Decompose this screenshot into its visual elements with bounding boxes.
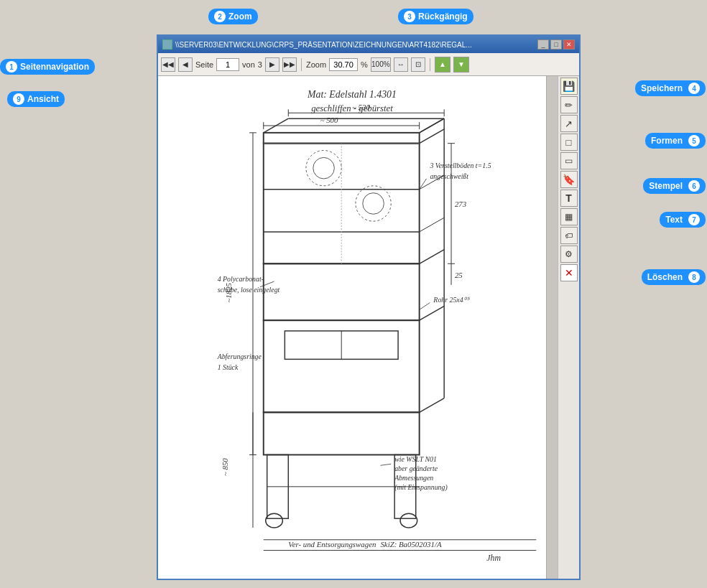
svg-text:Rohr 25x4⁰⁵: Rohr 25x4⁰⁵ xyxy=(433,296,469,304)
zoom-100-button[interactable]: 100% xyxy=(371,57,391,72)
fit-width-button[interactable]: ↔ xyxy=(394,57,408,72)
svg-text:SkiZ: Ba0502031/A: SkiZ: Ba0502031/A xyxy=(380,540,441,549)
svg-text:schübe, lose eingelegt: schübe, lose eingelegt xyxy=(218,286,280,294)
svg-text:Abmessungen: Abmessungen xyxy=(394,474,433,482)
zoom-percent-label: % xyxy=(361,60,368,69)
tooltip-formen: Formen 5 xyxy=(645,133,706,149)
nav-down-button[interactable]: ▼ xyxy=(453,57,469,73)
tooltip-seitennavigation-label: Seitennavigation xyxy=(20,62,89,72)
svg-text:1 Stück: 1 Stück xyxy=(218,363,239,371)
text-tool-button[interactable]: T xyxy=(560,190,578,207)
minimize-button[interactable]: _ xyxy=(537,39,549,50)
last-page-button[interactable]: ▶▶ xyxy=(282,57,297,72)
title-bar-left: \\SERVER03\ENTWICKLUNG\CRPS_PRÄSENTATION… xyxy=(162,39,472,50)
label-tool-button[interactable]: 🏷 xyxy=(560,227,578,244)
tooltip-speichern: Speichern 4 xyxy=(635,80,706,96)
page-input[interactable] xyxy=(216,58,239,71)
title-bar: \\SERVER03\ENTWICKLUNG\CRPS_PRÄSENTATION… xyxy=(158,36,579,53)
svg-text:273: 273 xyxy=(455,200,467,208)
window-title: \\SERVER03\ENTWICKLUNG\CRPS_PRÄSENTATION… xyxy=(175,41,472,49)
tooltip-speichern-label: Speichern xyxy=(641,83,683,93)
svg-rect-0 xyxy=(161,76,543,579)
fit-page-button[interactable]: ⊡ xyxy=(411,57,425,72)
tooltip-rueckgaengig-label: Rückgängig xyxy=(418,11,468,22)
scroll-area[interactable] xyxy=(546,76,558,579)
prev-page-button[interactable]: ◀ xyxy=(178,57,193,72)
badge-text: 7 xyxy=(688,214,700,225)
tooltip-text-label: Text xyxy=(665,215,683,225)
misc-tool-button[interactable]: ⚙ xyxy=(560,246,578,263)
stamp-tool-button[interactable]: 🔖 xyxy=(560,171,578,188)
svg-text:Abferungsringe: Abferungsringe xyxy=(217,353,262,360)
tooltip-stempel: Stempel 6 xyxy=(643,178,706,194)
badge-formen: 5 xyxy=(688,135,700,146)
svg-text:aber geänderte: aber geänderte xyxy=(394,465,438,472)
right-sidebar: 💾 ✏ ↗ □ ▭ 🔖 T ▦ 🏷 ⚙ xyxy=(558,76,579,579)
toolbar-separator-1 xyxy=(301,58,302,71)
tooltip-formen-label: Formen xyxy=(651,136,683,146)
tooltip-rueckgaengig: 3 Rückgängig xyxy=(398,9,473,24)
toolbar-separator-2 xyxy=(430,58,430,71)
rect2-tool-button[interactable]: ▭ xyxy=(560,152,578,169)
rect-tool-button[interactable]: □ xyxy=(560,134,578,151)
badge-seitennavigation: 1 xyxy=(6,61,17,73)
badge-rueckgaengig: 3 xyxy=(404,11,415,22)
tooltip-text: Text 7 xyxy=(660,212,706,228)
tooltip-zoom: 2 Zoom xyxy=(208,9,258,24)
badge-stempel: 6 xyxy=(688,180,700,192)
von-label: von xyxy=(242,60,255,69)
page-label: Seite xyxy=(195,60,213,69)
tooltip-ansicht-label: Ansicht xyxy=(27,94,59,104)
svg-text:angeschweißt: angeschweißt xyxy=(430,172,468,180)
tooltip-seitennavigation: 1 Seitennavigation xyxy=(0,59,95,75)
svg-text:Mat: Edelstahl 1.4301: Mat: Edelstahl 1.4301 xyxy=(307,89,397,100)
svg-text:~ 850: ~ 850 xyxy=(221,458,229,476)
svg-text:3 Verstellböden t=1.5: 3 Verstellböden t=1.5 xyxy=(429,162,491,169)
content-area: Mat: Edelstahl 1.4301 geschliffen - gebü… xyxy=(158,76,579,579)
badge-ansicht: 9 xyxy=(13,93,24,105)
badge-zoom: 2 xyxy=(214,11,226,22)
svg-text:Ver- und Entsorgungswagen: Ver- und Entsorgungswagen xyxy=(288,540,376,549)
svg-text:wie WSLT N01: wie WSLT N01 xyxy=(394,455,437,463)
close-button[interactable]: ✕ xyxy=(563,39,575,50)
svg-text:~ 530: ~ 530 xyxy=(352,103,370,111)
zoom-input[interactable] xyxy=(329,58,358,71)
nav-up-button[interactable]: ▲ xyxy=(435,57,450,73)
window-icon xyxy=(162,39,172,50)
badge-loeschen: 8 xyxy=(688,271,700,283)
toolbar: ◀◀ ◀ Seite von 3 ▶ ▶▶ Zoom % 100% ↔ ⊡ ▲ … xyxy=(158,53,579,76)
delete-tool-button[interactable] xyxy=(560,264,578,281)
svg-text:(mit Einspannung): (mit Einspannung) xyxy=(394,483,448,492)
zoom-toolbar-label: Zoom xyxy=(306,60,326,69)
svg-text:~ 500: ~ 500 xyxy=(320,116,338,124)
main-window: \\SERVER03\ENTWICKLUNG\CRPS_PRÄSENTATION… xyxy=(157,34,581,580)
page-total: 3 xyxy=(258,60,262,69)
sketch-drawing: Mat: Edelstahl 1.4301 geschliffen - gebü… xyxy=(158,76,546,579)
drawing-area: Mat: Edelstahl 1.4301 geschliffen - gebü… xyxy=(158,76,546,579)
maximize-button[interactable]: □ xyxy=(550,39,562,50)
first-page-button[interactable]: ◀◀ xyxy=(161,57,175,72)
title-bar-controls: _ □ ✕ xyxy=(537,39,575,50)
tooltip-stempel-label: Stempel xyxy=(649,181,683,191)
next-page-button[interactable]: ▶ xyxy=(265,57,279,72)
svg-text:4 Polycarbonat-: 4 Polycarbonat- xyxy=(218,275,264,283)
svg-text:Jhm: Jhm xyxy=(486,553,501,563)
tooltip-ansicht: 9 Ansicht xyxy=(7,91,65,107)
tooltip-loeschen: Löschen 8 xyxy=(642,269,706,285)
svg-text:25: 25 xyxy=(455,271,463,279)
save-tool-button[interactable]: 💾 xyxy=(560,78,578,95)
badge-speichern: 4 xyxy=(688,83,700,94)
pen-tool-button[interactable]: ✏ xyxy=(560,96,578,113)
grid-tool-button[interactable]: ▦ xyxy=(560,208,578,225)
select-tool-button[interactable]: ↗ xyxy=(560,115,578,132)
tooltip-zoom-label: Zoom xyxy=(228,11,252,22)
tooltip-loeschen-label: Löschen xyxy=(647,272,683,282)
